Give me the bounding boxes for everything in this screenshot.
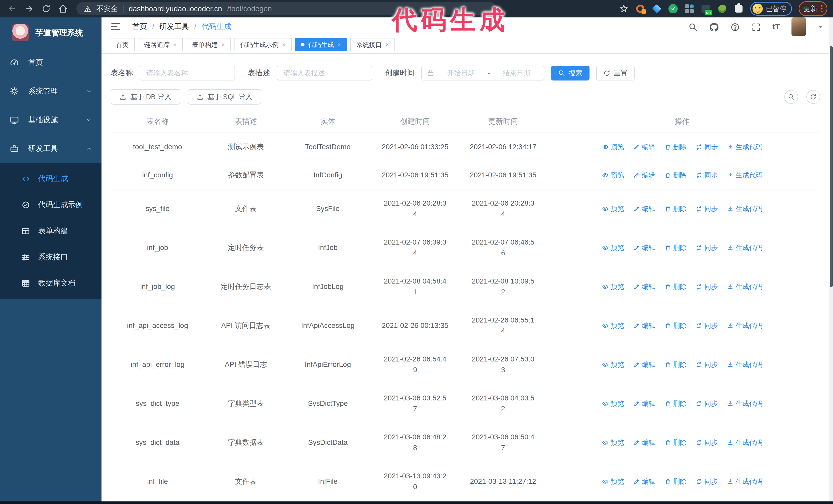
close-tab-icon[interactable]: ×: [385, 41, 389, 48]
avatar-caret-down-icon[interactable]: [818, 23, 823, 30]
app-logo-row[interactable]: 芋道管理系统: [0, 18, 101, 48]
generate-code-link[interactable]: 生成代码: [727, 204, 763, 214]
generate-code-link[interactable]: 生成代码: [727, 321, 763, 331]
extension-figure-icon[interactable]: [717, 4, 727, 14]
bookmark-star-icon[interactable]: [619, 4, 629, 14]
sync-link[interactable]: 同步: [696, 170, 718, 180]
scrollbar-thumb[interactable]: [830, 46, 833, 287]
delete-link[interactable]: 删除: [665, 438, 687, 448]
generate-code-link[interactable]: 生成代码: [727, 170, 763, 180]
preview-link[interactable]: 预览: [602, 360, 624, 370]
extension-grid-icon[interactable]: [685, 4, 694, 14]
close-tab-icon[interactable]: ×: [337, 41, 341, 48]
delete-link[interactable]: 删除: [665, 204, 687, 214]
date-range-picker[interactable]: 开始日期 - 结束日期: [421, 66, 544, 80]
extension-screenshot-icon[interactable]: on: [701, 4, 711, 14]
edit-link[interactable]: 编辑: [633, 204, 656, 214]
home-icon[interactable]: [56, 2, 70, 16]
delete-link[interactable]: 删除: [665, 243, 687, 253]
edit-link[interactable]: 编辑: [633, 243, 656, 253]
back-icon[interactable]: [6, 2, 19, 16]
help-icon[interactable]: [731, 21, 740, 32]
generate-code-link[interactable]: 生成代码: [727, 243, 763, 253]
view-tab[interactable]: 代码生成 ×: [295, 38, 347, 51]
preview-link[interactable]: 预览: [602, 477, 624, 486]
profile-paused-chip[interactable]: 已暂停: [750, 2, 792, 16]
table-desc-input[interactable]: [277, 66, 372, 80]
table-name-input[interactable]: [140, 66, 235, 80]
preview-link[interactable]: 预览: [602, 438, 624, 448]
extension-orange-icon[interactable]: [635, 4, 645, 14]
extensions-puzzle-icon[interactable]: [734, 4, 743, 14]
view-tab[interactable]: 链路追踪 ×: [138, 38, 183, 51]
generate-code-link[interactable]: 生成代码: [727, 477, 763, 486]
generate-code-link[interactable]: 生成代码: [727, 282, 763, 292]
delete-link[interactable]: 删除: [665, 399, 687, 409]
edit-link[interactable]: 编辑: [633, 477, 656, 486]
sidebar-item-codegen[interactable]: 代码生成: [0, 166, 101, 192]
fullscreen-icon[interactable]: [752, 21, 761, 32]
preview-link[interactable]: 预览: [602, 204, 624, 214]
delete-link[interactable]: 删除: [665, 282, 687, 292]
preview-link[interactable]: 预览: [602, 321, 624, 331]
browser-update-button[interactable]: 更新: [799, 1, 827, 16]
close-tab-icon[interactable]: ×: [282, 41, 286, 48]
import-sql-button[interactable]: 基于 SQL 导入: [188, 89, 261, 104]
close-tab-icon[interactable]: ×: [221, 41, 224, 48]
sidebar-item-devtools[interactable]: 研发工具: [0, 134, 101, 163]
sidebar-item-infra[interactable]: 基础设施: [0, 105, 101, 134]
sync-link[interactable]: 同步: [696, 204, 718, 214]
preview-link[interactable]: 预览: [602, 399, 624, 409]
search-button[interactable]: 搜索: [551, 66, 590, 80]
view-tab[interactable]: 首页: [110, 38, 135, 51]
github-icon[interactable]: [710, 21, 719, 32]
breadcrumb-home[interactable]: 首页: [132, 22, 147, 32]
sidebar-item-codegen-example[interactable]: 代码生成示例: [0, 192, 101, 218]
forward-icon[interactable]: [23, 2, 36, 16]
user-avatar[interactable]: [791, 18, 806, 36]
sync-link[interactable]: 同步: [696, 477, 718, 486]
extension-check-icon[interactable]: [668, 4, 678, 14]
sync-link[interactable]: 同步: [696, 282, 718, 292]
sync-link[interactable]: 同步: [696, 438, 718, 448]
sidebar-toggle-icon[interactable]: [111, 23, 121, 30]
preview-link[interactable]: 预览: [602, 282, 624, 292]
edit-link[interactable]: 编辑: [633, 438, 656, 448]
sidebar-item-form-builder[interactable]: 表单构建: [0, 218, 101, 244]
search-icon[interactable]: [688, 21, 698, 32]
edit-link[interactable]: 编辑: [633, 282, 656, 292]
generate-code-link[interactable]: 生成代码: [727, 438, 763, 448]
view-tab[interactable]: 系统接口 ×: [350, 38, 395, 51]
sidebar-item-db-docs[interactable]: 数据库文档: [0, 270, 101, 296]
close-tab-icon[interactable]: ×: [173, 41, 176, 48]
extension-gem-icon[interactable]: [652, 4, 662, 14]
edit-link[interactable]: 编辑: [633, 142, 656, 152]
generate-code-link[interactable]: 生成代码: [727, 399, 763, 409]
view-tab[interactable]: 代码生成示例 ×: [234, 38, 292, 51]
toggle-search-button[interactable]: [784, 90, 798, 104]
delete-link[interactable]: 删除: [665, 321, 687, 331]
sidebar-item-system[interactable]: 系统管理: [0, 77, 101, 105]
sync-link[interactable]: 同步: [696, 243, 718, 253]
refresh-button[interactable]: [806, 90, 820, 104]
font-size-icon[interactable]: tT: [772, 22, 780, 31]
delete-link[interactable]: 删除: [665, 477, 687, 486]
edit-link[interactable]: 编辑: [633, 321, 656, 331]
delete-link[interactable]: 删除: [665, 170, 687, 180]
reload-icon[interactable]: [40, 2, 53, 16]
sidebar-item-system-api[interactable]: 系统接口: [0, 244, 101, 270]
breadcrumb-devtools[interactable]: 研发工具: [160, 22, 189, 32]
sidebar-item-home[interactable]: 首页: [0, 48, 101, 77]
delete-link[interactable]: 删除: [665, 360, 687, 370]
edit-link[interactable]: 编辑: [633, 170, 656, 180]
preview-link[interactable]: 预览: [602, 170, 624, 180]
delete-link[interactable]: 删除: [665, 142, 687, 152]
preview-link[interactable]: 预览: [602, 243, 624, 253]
generate-code-link[interactable]: 生成代码: [727, 360, 763, 370]
generate-code-link[interactable]: 生成代码: [727, 142, 763, 152]
view-tab[interactable]: 表单构建 ×: [186, 38, 231, 51]
reset-button[interactable]: 重置: [596, 66, 635, 80]
sync-link[interactable]: 同步: [696, 360, 718, 370]
page-scrollbar[interactable]: [829, 18, 833, 501]
sync-link[interactable]: 同步: [696, 321, 718, 331]
